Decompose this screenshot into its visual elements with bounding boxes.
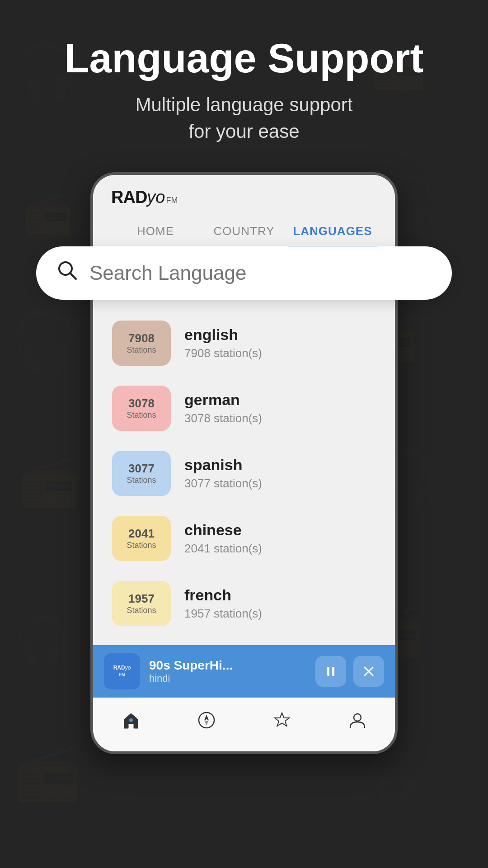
now-playing-title: 90s SuperHi... — [149, 658, 306, 673]
tab-home[interactable]: HOME — [111, 216, 200, 246]
list-item[interactable]: 7908 Stations english 7908 station(s) — [108, 311, 380, 376]
nav-favorites[interactable] — [244, 707, 319, 738]
now-playing-logo: RADyoFM — [104, 653, 140, 689]
now-playing-bar[interactable]: RADyoFM 90s SuperHi... hindi — [93, 645, 395, 698]
tab-languages[interactable]: LANGUAGES — [288, 216, 377, 246]
svg-marker-18 — [204, 715, 209, 720]
home-icon — [122, 711, 140, 733]
svg-point-16 — [129, 718, 133, 722]
nav-explore[interactable] — [169, 707, 244, 738]
svg-point-20 — [354, 714, 361, 721]
language-list: 7908 Stations english 7908 station(s) 30… — [93, 274, 395, 645]
german-badge: 3078 Stations — [112, 386, 171, 431]
app-logo: RAD yo FM — [111, 188, 377, 207]
french-badge: 1957 Stations — [112, 581, 171, 626]
now-playing-subtitle: hindi — [149, 673, 306, 684]
bottom-nav — [93, 698, 395, 751]
person-icon — [348, 711, 366, 733]
pause-button[interactable] — [315, 656, 346, 687]
svg-marker-19 — [204, 720, 209, 726]
page-title: Language Support — [65, 36, 424, 81]
list-item[interactable]: 3077 Stations spanish 3077 station(s) — [108, 441, 380, 506]
svg-text:🎧: 🎧 — [366, 749, 422, 802]
close-button[interactable] — [353, 656, 384, 687]
nav-profile[interactable] — [319, 707, 395, 738]
compass-icon — [197, 711, 216, 733]
logo-rad: RAD — [111, 188, 147, 207]
list-item[interactable]: 2041 Stations chinese 2041 station(s) — [108, 506, 380, 571]
list-item[interactable]: 1957 Stations french 1957 station(s) — [108, 571, 380, 636]
english-badge: 7908 Stations — [112, 321, 171, 366]
spanish-badge: 3077 Stations — [112, 451, 171, 496]
search-input[interactable] — [89, 262, 432, 284]
svg-line-22 — [70, 273, 76, 279]
svg-rect-12 — [327, 667, 329, 676]
star-icon — [273, 711, 291, 733]
nav-tabs: HOME COUNTRY LANGUAGES — [111, 216, 377, 247]
chinese-badge: 2041 Stations — [112, 516, 171, 561]
tab-country[interactable]: COUNTRY — [200, 216, 288, 246]
logo-yo: yo — [147, 188, 165, 207]
logo-fm: FM — [166, 196, 178, 205]
page-subtitle: Multiple language supportfor your ease — [136, 92, 353, 145]
search-bar[interactable] — [36, 246, 452, 300]
list-item[interactable]: 3078 Stations german 3078 station(s) — [108, 376, 380, 441]
playback-controls — [315, 656, 384, 687]
nav-home[interactable] — [93, 707, 169, 738]
app-header: RAD yo FM HOME COUNTRY LANGUAGES — [93, 175, 395, 247]
svg-rect-13 — [332, 667, 334, 676]
search-icon — [56, 259, 79, 287]
